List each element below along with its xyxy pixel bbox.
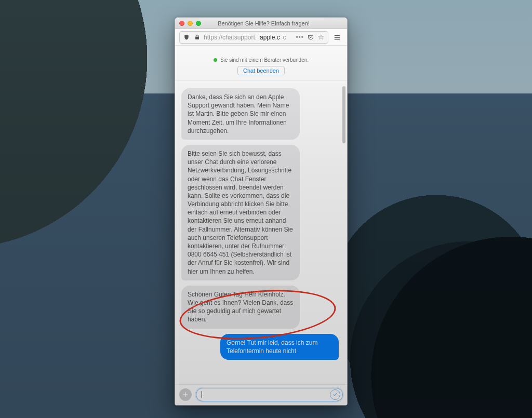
zoom-window-button[interactable] xyxy=(196,21,201,26)
scrollbar-thumb[interactable] xyxy=(342,86,345,143)
chat-message-agent: Schönen Guten Tag Herr Kleinholz. Wie ge… xyxy=(181,286,300,329)
titlebar[interactable]: Benötigen Sie Hilfe? Einfach fragen! xyxy=(175,18,347,29)
reader-pocket-icon[interactable] xyxy=(307,34,314,41)
browser-window: Benötigen Sie Hilfe? Einfach fragen! htt… xyxy=(175,17,348,406)
window-title: Benötigen Sie Hilfe? Einfach fragen! xyxy=(205,20,343,26)
end-chat-button[interactable]: Chat beenden xyxy=(237,66,285,75)
connection-status-text: Sie sind mit einem Berater verbunden. xyxy=(220,57,309,63)
url-prefix: https://chatsupport. xyxy=(204,34,257,41)
message-composer: + xyxy=(175,384,347,405)
url-domain: apple.c xyxy=(260,34,280,41)
hamburger-menu-icon[interactable] xyxy=(331,32,343,43)
toolbar: https://chatsupport.apple.cc ••• ☆ xyxy=(175,29,347,46)
online-dot-icon xyxy=(214,58,217,62)
url-suffix: c xyxy=(283,34,286,41)
scrollbar-track[interactable] xyxy=(342,83,346,382)
chat-message-user: Gerne! Tut mir leid, dass ich zum Telefo… xyxy=(220,334,339,360)
lock-icon xyxy=(193,34,201,41)
desktop-wallpaper: Benötigen Sie Hilfe? Einfach fragen! htt… xyxy=(0,0,532,418)
chat-header: Sie sind mit einem Berater verbunden. Ch… xyxy=(175,46,347,81)
bookmark-star-icon[interactable]: ☆ xyxy=(317,34,325,41)
window-controls xyxy=(179,21,201,26)
address-bar[interactable]: https://chatsupport.apple.cc ••• ☆ xyxy=(179,31,328,44)
close-window-button[interactable] xyxy=(179,21,184,26)
chat-page: Sie sind mit einem Berater verbunden. Ch… xyxy=(175,46,347,405)
text-cursor xyxy=(202,391,202,398)
page-actions-ellipsis-icon[interactable]: ••• xyxy=(296,34,304,41)
chat-scroll-area[interactable]: Danke, dass Sie sich an den Apple Suppor… xyxy=(175,81,347,384)
minimize-window-button[interactable] xyxy=(188,21,193,26)
tracking-shield-icon[interactable] xyxy=(183,34,190,41)
message-input[interactable] xyxy=(196,388,343,401)
send-button[interactable] xyxy=(330,389,340,400)
connection-status: Sie sind mit einem Berater verbunden. xyxy=(180,57,342,63)
attach-button[interactable]: + xyxy=(179,388,192,401)
chat-message-agent: Danke, dass Sie sich an den Apple Suppor… xyxy=(181,88,300,140)
chat-message-agent: Bitte seien Sie sich bewusst, dass unser… xyxy=(181,145,300,280)
